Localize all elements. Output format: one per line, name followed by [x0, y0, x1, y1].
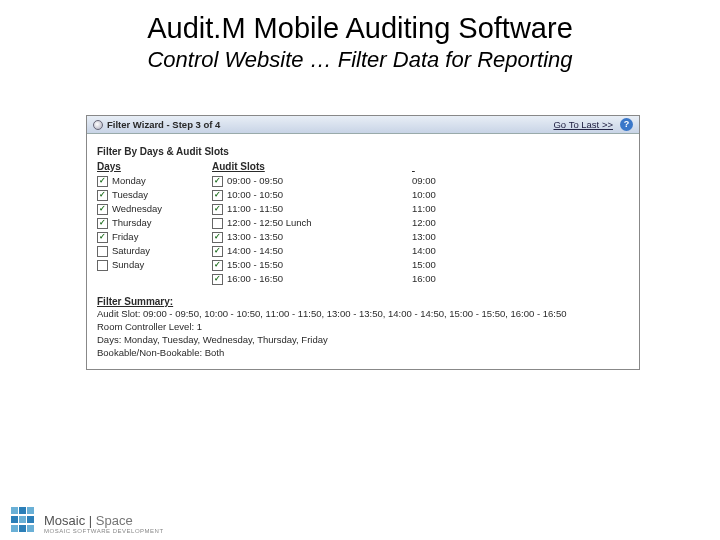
day-label: Tuesday [112, 188, 148, 202]
slot-row: 10:00 - 10:50 [212, 188, 412, 202]
slot-label: 10:00 - 10:50 [227, 188, 283, 202]
day-row: Saturday [97, 244, 212, 258]
wizard-icon [93, 120, 103, 130]
slot-row: 11:00 - 11:50 [212, 202, 412, 216]
slot-label: 15:00 - 15:50 [227, 258, 283, 272]
filter-wizard-window: Filter Wizard - Step 3 of 4 Go To Last >… [86, 115, 640, 370]
day-checkbox[interactable] [97, 246, 108, 257]
day-row: Tuesday [97, 188, 212, 202]
mosaic-logo-icon [10, 506, 40, 534]
time-value: 16:00 [412, 272, 532, 286]
slots-heading: Audit Slots [212, 161, 412, 172]
day-label: Friday [112, 230, 138, 244]
window-titlebar: Filter Wizard - Step 3 of 4 Go To Last >… [87, 116, 639, 134]
day-checkbox[interactable] [97, 232, 108, 243]
day-label: Wednesday [112, 202, 162, 216]
slot-row: 13:00 - 13:50 [212, 230, 412, 244]
brand-a: Mosaic [44, 513, 85, 528]
slot-row: 15:00 - 15:50 [212, 258, 412, 272]
slot-checkbox[interactable] [212, 204, 223, 215]
slide-subtitle: Control Website … Filter Data for Report… [0, 47, 720, 73]
slot-label: 11:00 - 11:50 [227, 202, 283, 216]
window-body: Filter By Days & Audit Slots Days Monday… [87, 134, 639, 369]
goto-last-link[interactable]: Go To Last >> [553, 119, 613, 130]
slot-checkbox[interactable] [212, 260, 223, 271]
time-value: 10:00 [412, 188, 532, 202]
brand-text: Mosaic | Space [44, 513, 164, 528]
filter-summary: Filter Summary: Audit Slot: 09:00 - 09:5… [97, 296, 629, 359]
days-column: Days MondayTuesdayWednesdayThursdayFrida… [97, 161, 212, 286]
slot-label: 12:00 - 12:50 Lunch [227, 216, 312, 230]
time-value: 15:00 [412, 258, 532, 272]
day-row: Sunday [97, 258, 212, 272]
summary-line: Bookable/Non-Bookable: Both [97, 347, 629, 359]
day-row: Friday [97, 230, 212, 244]
time-value: 13:00 [412, 230, 532, 244]
time-value: 12:00 [412, 216, 532, 230]
day-checkbox[interactable] [97, 176, 108, 187]
brand-b: Space [96, 513, 133, 528]
brand-sep: | [85, 513, 96, 528]
day-label: Sunday [112, 258, 144, 272]
day-checkbox[interactable] [97, 204, 108, 215]
title-m: M [221, 12, 245, 44]
summary-line: Room Controller Level: 1 [97, 321, 629, 333]
day-label: Thursday [112, 216, 152, 230]
title-pre: Audit. [147, 12, 221, 44]
day-label: Saturday [112, 244, 150, 258]
brand-tagline: MOSAIC SOFTWARE DEVELOPMENT [44, 528, 164, 534]
times-column: 09:0010:0011:0012:0013:0014:0015:0016:00 [412, 161, 532, 286]
time-value: 09:00 [412, 174, 532, 188]
slot-row: 16:00 - 16:50 [212, 272, 412, 286]
slot-label: 13:00 - 13:50 [227, 230, 283, 244]
slot-row: 09:00 - 09:50 [212, 174, 412, 188]
times-heading-spacer [412, 161, 532, 172]
slot-label: 09:00 - 09:50 [227, 174, 283, 188]
day-label: Monday [112, 174, 146, 188]
slot-label: 16:00 - 16:50 [227, 272, 283, 286]
day-checkbox[interactable] [97, 218, 108, 229]
day-row: Wednesday [97, 202, 212, 216]
summary-line: Audit Slot: 09:00 - 09:50, 10:00 - 10:50… [97, 308, 629, 320]
time-value: 14:00 [412, 244, 532, 258]
day-checkbox[interactable] [97, 190, 108, 201]
day-row: Monday [97, 174, 212, 188]
time-value: 11:00 [412, 202, 532, 216]
title-post: Mobile Auditing Software [246, 12, 573, 44]
slot-checkbox[interactable] [212, 176, 223, 187]
summary-heading: Filter Summary: [97, 296, 629, 307]
slot-checkbox[interactable] [212, 190, 223, 201]
slot-checkbox[interactable] [212, 218, 223, 229]
days-heading: Days [97, 161, 212, 172]
slot-row: 12:00 - 12:50 Lunch [212, 216, 412, 230]
day-row: Thursday [97, 216, 212, 230]
summary-line: Days: Monday, Tuesday, Wednesday, Thursd… [97, 334, 629, 346]
day-checkbox[interactable] [97, 260, 108, 271]
help-icon[interactable]: ? [620, 118, 633, 131]
section-heading: Filter By Days & Audit Slots [97, 146, 629, 157]
slot-checkbox[interactable] [212, 246, 223, 257]
footer-logo: Mosaic | Space MOSAIC SOFTWARE DEVELOPME… [10, 506, 164, 534]
slot-checkbox[interactable] [212, 232, 223, 243]
slots-column: Audit Slots 09:00 - 09:5010:00 - 10:5011… [212, 161, 412, 286]
slot-row: 14:00 - 14:50 [212, 244, 412, 258]
slot-checkbox[interactable] [212, 274, 223, 285]
window-title: Filter Wizard - Step 3 of 4 [107, 119, 220, 130]
slot-label: 14:00 - 14:50 [227, 244, 283, 258]
slide-title: Audit.M Mobile Auditing Software [0, 12, 720, 45]
